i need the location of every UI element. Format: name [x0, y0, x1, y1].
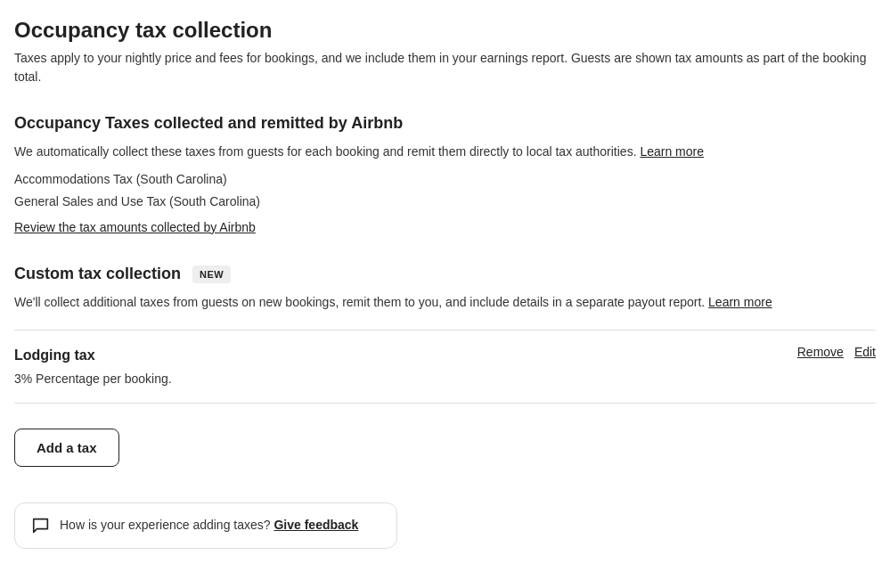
page-title: Occupancy tax collection [14, 18, 876, 44]
custom-desc-text: We'll collect additional taxes from gues… [14, 295, 705, 309]
lodging-tax-actions: Remove Edit [797, 345, 876, 359]
airbnb-tax-list: Accommodations Tax (South Carolina) Gene… [14, 170, 876, 211]
add-tax-button[interactable]: Add a tax [14, 429, 119, 467]
custom-section-title: Custom tax collection NEW [14, 262, 876, 286]
lodging-tax-detail: 3% Percentage per booking. [14, 370, 797, 388]
airbnb-desc-text: We automatically collect these taxes fro… [14, 144, 637, 159]
remove-tax-button[interactable]: Remove [797, 345, 844, 359]
feedback-box: How is your experience adding taxes? Giv… [14, 502, 397, 549]
airbnb-tax-item-2: General Sales and Use Tax (South Carolin… [14, 192, 876, 211]
lodging-tax-name: Lodging tax [14, 345, 797, 366]
custom-section-title-text: Custom tax collection [14, 265, 181, 282]
custom-section-desc: We'll collect additional taxes from gues… [14, 293, 876, 312]
airbnb-section-title: Occupancy Taxes collected and remitted b… [14, 111, 876, 135]
airbnb-taxes-section: Occupancy Taxes collected and remitted b… [14, 111, 876, 262]
airbnb-tax-item-1: Accommodations Tax (South Carolina) [14, 170, 876, 189]
airbnb-section-desc: We automatically collect these taxes fro… [14, 143, 876, 161]
feedback-text: How is your experience adding taxes? Giv… [60, 516, 358, 535]
new-badge: NEW [192, 265, 231, 284]
custom-tax-section: Custom tax collection NEW We'll collect … [14, 262, 876, 404]
feedback-question: How is your experience adding taxes? [60, 518, 271, 532]
give-feedback-link[interactable]: Give feedback [274, 518, 358, 532]
custom-learn-more-link[interactable]: Learn more [708, 295, 772, 309]
edit-tax-button[interactable]: Edit [854, 345, 876, 359]
add-tax-container: Add a tax [14, 421, 876, 502]
page-subtitle: Taxes apply to your nightly price and fe… [14, 49, 876, 86]
lodging-tax-row: Lodging tax 3% Percentage per booking. R… [14, 330, 876, 404]
review-tax-amounts-link[interactable]: Review the tax amounts collected by Airb… [14, 218, 256, 237]
chat-icon [31, 516, 51, 535]
lodging-tax-info: Lodging tax 3% Percentage per booking. [14, 345, 797, 388]
airbnb-learn-more-link[interactable]: Learn more [640, 144, 704, 159]
